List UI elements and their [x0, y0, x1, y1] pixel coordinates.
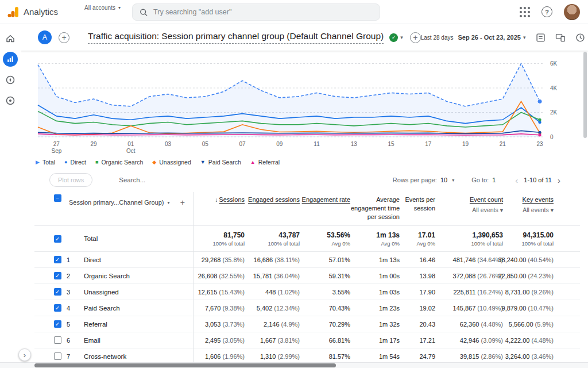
checkbox-icon: ✓: [54, 288, 61, 296]
total-row-checkbox[interactable]: ✓: [34, 235, 67, 243]
dimension-selector[interactable]: Session primary...Channel Group) ▾ +: [67, 194, 193, 207]
checkbox-icon: ✓: [54, 272, 61, 279]
nav-advertising[interactable]: [3, 93, 18, 108]
column-header-sessions[interactable]: ↓Sessions: [193, 194, 245, 204]
add-comparison-button[interactable]: +: [59, 32, 69, 43]
horizontal-scrollbar[interactable]: [0, 362, 588, 368]
metric-value: 5,402(12.34%): [245, 305, 300, 312]
metric-value: 16.46: [400, 256, 435, 263]
rows-per-page-select[interactable]: 10: [440, 177, 447, 183]
metric-value: 372,088(26.76%): [435, 273, 503, 279]
date-range-picker[interactable]: Sep 26 - Oct 23, 2025: [458, 34, 520, 41]
metric-value: 26,608(32.55%): [193, 273, 245, 279]
metric-value: 3,053(3.73%): [193, 321, 245, 328]
column-label: Key events: [523, 196, 554, 203]
row-checkbox[interactable]: ✓: [34, 320, 67, 328]
metric-value: 15,781(36.04%): [245, 273, 300, 279]
global-search[interactable]: [132, 3, 380, 21]
row-number: 7: [67, 353, 82, 360]
checkbox-icon: ✓: [54, 256, 61, 263]
notes-icon[interactable]: [536, 33, 546, 43]
chevron-down-icon: ▾: [167, 200, 169, 205]
plot-rows-button[interactable]: Plot rows: [49, 173, 92, 187]
go-to-label: Go to:: [471, 177, 489, 183]
row-checkbox[interactable]: [34, 336, 67, 344]
page-title[interactable]: Traffic acquisition: Session primary cha…: [88, 31, 384, 44]
channel-name: Organic Search: [82, 273, 193, 279]
go-to-page-input[interactable]: 1: [492, 177, 496, 183]
legend-item-organic-search[interactable]: ■Organic Search: [95, 159, 143, 166]
metric-event-filter[interactable]: All events ▾: [435, 206, 503, 214]
row-checkbox[interactable]: ✓: [34, 304, 67, 312]
svg-text:01: 01: [127, 141, 134, 147]
svg-text:23: 23: [536, 141, 543, 147]
devices-comparison-icon[interactable]: [555, 33, 566, 43]
table-search-input[interactable]: [119, 177, 245, 183]
property-avatar[interactable]: A: [38, 30, 52, 44]
row-checkbox[interactable]: ✓: [34, 288, 67, 296]
legend-item-direct[interactable]: ●Direct: [64, 159, 86, 166]
metric-value: 66.81%: [300, 337, 350, 344]
select-all-checkbox[interactable]: −: [34, 194, 67, 202]
vertical-scrollbar[interactable]: [583, 52, 587, 138]
add-dimension-button[interactable]: +: [180, 198, 185, 207]
chevron-down-icon[interactable]: ▾: [523, 34, 526, 40]
legend-item-unassigned[interactable]: ◆Unassigned: [152, 159, 191, 166]
metric-value: 1m 54s: [350, 353, 400, 360]
column-header-event-count[interactable]: Event countAll events ▾: [435, 194, 503, 214]
nav-home[interactable]: [3, 31, 18, 46]
column-header-engaged-sessions[interactable]: Engaged sessions: [245, 194, 300, 204]
svg-text:4K: 4K: [550, 85, 558, 91]
legend-item-referral[interactable]: ▲Referral: [250, 159, 280, 166]
total-metric-value: 94,315.00100% of total: [503, 231, 554, 247]
column-label: Average engagement time per session: [351, 196, 400, 220]
total-metric-value: 53.56%Avg 0%: [300, 231, 350, 247]
metric-value: 448(1.02%): [245, 289, 300, 296]
nav-explore[interactable]: [3, 72, 18, 87]
metric-value: 38,240.00(40.54%): [503, 256, 554, 263]
row-checkbox[interactable]: ✓: [34, 256, 67, 263]
top-app-bar: Analytics All accounts ▾ ?: [0, 0, 588, 24]
previous-page-icon[interactable]: ‹: [513, 176, 520, 185]
metric-value: 24.79: [400, 353, 435, 360]
table-row-paid-search: ✓4Paid Search7,670(9.38%)5,402(12.34%)70…: [34, 300, 580, 316]
row-checkbox[interactable]: ✓: [34, 272, 67, 279]
metric-value: 145,867(10.49%): [435, 305, 503, 312]
column-header-key-events[interactable]: Key eventsAll events ▾: [503, 194, 554, 214]
metric-value: 1m 03s: [350, 289, 400, 296]
chevron-down-icon[interactable]: ▾: [452, 178, 454, 183]
user-avatar[interactable]: [564, 4, 580, 20]
help-icon[interactable]: ?: [541, 6, 552, 17]
legend-item-paid-search[interactable]: ▼Paid Search: [200, 159, 241, 166]
search-input[interactable]: [153, 8, 373, 16]
column-header-average-engagement-time-per-session[interactable]: Average engagement time per session: [350, 194, 400, 221]
report-header: A + Traffic acquisition: Session primary…: [21, 24, 588, 51]
expand-nav-button[interactable]: ›: [18, 348, 31, 361]
next-page-icon[interactable]: ›: [555, 176, 563, 185]
horizontal-scrollbar-thumb[interactable]: [34, 363, 336, 367]
metric-value: 9,879.00(10.47%): [503, 305, 554, 312]
insights-clock-icon[interactable]: [575, 33, 585, 43]
metric-value: 1m 32s: [350, 321, 400, 328]
metric-value: 481,746(34.64%): [435, 256, 503, 263]
metric-value: 4,222.00(4.48%): [503, 337, 554, 344]
account-switcher[interactable]: All accounts ▾: [84, 5, 121, 11]
total-marker-icon: ▶: [36, 160, 40, 165]
analytics-logo[interactable]: Analytics: [7, 6, 58, 18]
column-header-events-per-session[interactable]: Events per session: [400, 194, 435, 213]
column-header-engagement-rate[interactable]: Engagement rate: [300, 194, 350, 204]
chevron-down-icon[interactable]: ▾: [400, 34, 403, 40]
total-metric-value: 43,787100% of total: [245, 231, 300, 247]
svg-text:Oct: Oct: [126, 148, 136, 154]
metric-value: 39,815(2.86%): [435, 353, 503, 360]
metric-event-filter[interactable]: All events ▾: [503, 206, 554, 214]
nav-reports[interactable]: [3, 52, 18, 67]
total-metric-value: 1,390,653100% of total: [435, 231, 503, 247]
apps-grid-icon[interactable]: [520, 7, 530, 17]
row-checkbox[interactable]: [34, 352, 67, 360]
add-report-button[interactable]: +: [410, 32, 421, 43]
metric-value: 62,360(4.48%): [435, 321, 503, 328]
svg-text:6K: 6K: [550, 60, 558, 67]
channel-name: Direct: [82, 256, 193, 263]
legend-item-total[interactable]: ▶Total: [36, 159, 55, 166]
